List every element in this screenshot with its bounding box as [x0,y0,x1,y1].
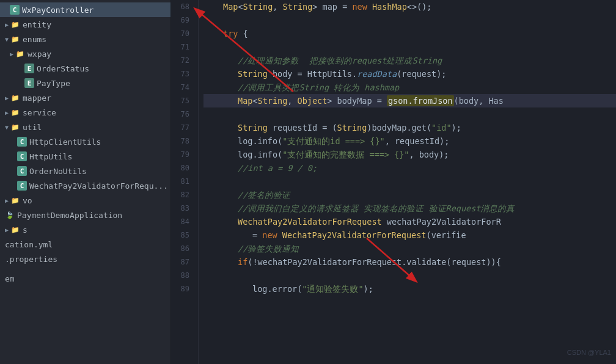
code-line-78: log.info("支付通知的id ===> {}", requestId); [204,134,616,148]
folder-icon: 📁 [10,225,20,235]
sidebar-label: s [23,225,28,235]
line-num-70: 70 [171,27,193,40]
code-line-79: log.info("支付通知的完整数据 ===> {}", body); [204,148,616,161]
line-num-84: 84 [171,215,193,228]
line-num-78: 78 [171,134,193,148]
sidebar-item-vo[interactable]: ▶ 📁 vo [0,193,170,208]
spring-icon: 🍃 [5,210,15,220]
line-num-82: 82 [171,188,193,202]
sidebar-item-enums[interactable]: ▼ 📁 enums [0,32,170,46]
code-line-76 [204,107,616,121]
code-line-85: = new WechatPay2ValidatorForRequest(veri… [204,228,616,242]
code-line-70: try { [204,27,616,40]
sidebar-item-em[interactable]: em [0,271,170,286]
sidebar-label: .properties [5,255,57,264]
sidebar-label: WxPayController [22,5,94,15]
code-line-71 [204,40,616,54]
arrow-icon: ▶ [10,51,13,57]
enum-icon: E [24,64,34,73]
code-line-72: //处理通知参数 把接收到的request处理成String [204,54,616,67]
sidebar-label: entity [23,20,51,29]
sidebar-label: PaymentDemoApplication [17,211,122,220]
code-line-88 [204,269,616,282]
folder-icon: 📁 [10,93,20,103]
code-line-74: //调用工具类把String 转化为 hashmap [204,81,616,94]
file-tree: C WxPayController ▶ 📁 entity ▼ 📁 enums ▶… [0,0,170,364]
line-num-72: 72 [171,54,193,67]
code-lines: Map<String, String> map = new HashMap<>(… [199,0,616,364]
sidebar-item-httpclientutils[interactable]: C HttpClientUtils [0,134,170,149]
sidebar-item-paymentdemo[interactable]: 🍃 PaymentDemoApplication [0,208,170,222]
sidebar-label: mapper [23,93,51,103]
sidebar-item-cation-yml[interactable]: cation.yml [0,237,170,252]
code-line-69 [204,13,616,27]
sidebar-label: cation.yml [5,240,53,249]
sidebar-label: WechatPay2ValidatorForRequ... [29,181,168,191]
sidebar-item-util[interactable]: ▼ 📁 util [0,120,170,134]
watermark: CSDN @YLA1 [567,346,611,359]
arrow-icon: ▼ [5,36,9,43]
class-icon: C [17,166,27,176]
code-line-84: WechatPay2ValidatorForRequest wechatPay2… [204,215,616,228]
sidebar-label: enums [23,35,46,44]
sidebar-label: OrderNoUtils [29,167,87,176]
line-num-81: 81 [171,175,193,188]
line-num-77: 77 [171,121,193,134]
sidebar-item-orderstatus[interactable]: E OrderStatus [0,61,170,76]
sidebar-item-s[interactable]: ▶ 📁 s [0,222,170,237]
sidebar: C WxPayController ▶ 📁 entity ▼ 📁 enums ▶… [0,0,171,364]
line-num-68: 68 [171,0,193,13]
sidebar-item-ordernoutil[interactable]: C OrderNoUtils [0,164,170,178]
sidebar-label: HttpUtils [29,152,72,161]
line-num-89: 89 [171,282,193,296]
code-line-81 [204,175,616,188]
folder-icon: 📁 [10,34,20,44]
sidebar-item-wxpaycontroller[interactable]: C WxPayController [0,2,170,17]
line-num-75: 75 [171,94,193,107]
code-line-86: //验签失败通知 [204,242,616,255]
folder-icon: 📁 [15,49,25,59]
code-line-77: String requestId = (String)bodyMap.get("… [204,121,616,134]
class-icon: C [10,5,20,15]
class-icon: C [17,137,27,147]
line-num-73: 73 [171,67,193,81]
line-numbers: 68 69 70 71 72 73 74 75 76 77 78 79 80 8… [171,0,199,364]
line-num-69: 69 [171,13,193,27]
code-line-89: log.error("通知验签失败"); [204,282,616,296]
sidebar-item-wxpay[interactable]: ▶ 📁 wxpay [0,46,170,61]
line-num-71: 71 [171,40,193,54]
line-num-74: 74 [171,81,193,94]
arrow-icon: ▶ [5,95,9,101]
code-content: 68 69 70 71 72 73 74 75 76 77 78 79 80 8… [171,0,616,364]
sidebar-label: vo [23,196,32,205]
sidebar-item-entity[interactable]: ▶ 📁 entity [0,17,170,32]
sidebar-item-paytype[interactable]: E PayType [0,76,170,90]
sidebar-label: OrderStatus [37,64,89,73]
sidebar-item-wechatpay2validator[interactable]: C WechatPay2ValidatorForRequ... [0,178,170,193]
code-line-75: Map<String, Object> bodyMap = gson.fromJ… [204,94,616,107]
arrow-icon: ▶ [5,227,9,233]
line-num-76: 76 [171,107,193,121]
folder-icon: 📁 [10,107,20,117]
sidebar-label: wxpay [28,49,51,59]
line-num-87: 87 [171,255,193,269]
code-line-73: String body = HttpUtils.readData(request… [204,67,616,81]
arrow-icon: ▼ [5,124,9,131]
code-line-87: if(!wechatPay2ValidatorForRequest.valida… [204,255,616,269]
sidebar-label: HttpClientUtils [29,137,101,147]
code-editor: 68 69 70 71 72 73 74 75 76 77 78 79 80 8… [171,0,616,364]
sidebar-item-mapper[interactable]: ▶ 📁 mapper [0,90,170,105]
sidebar-item-properties[interactable]: .properties [0,252,170,266]
class-icon: C [17,181,27,191]
sidebar-item-httputils[interactable]: C HttpUtils [0,149,170,164]
sidebar-label: PayType [37,79,70,88]
code-line-68: Map<String, String> map = new HashMap<>(… [204,0,616,13]
code-line-82: //签名的验证 [204,188,616,202]
folder-icon: 📁 [10,20,20,29]
folder-icon: 📁 [10,195,20,205]
sidebar-label: util [23,123,42,132]
sidebar-item-service[interactable]: ▶ 📁 service [0,105,170,120]
code-line-80: //int a = 9 / 0; [204,161,616,175]
arrow-icon: ▶ [5,21,9,28]
line-num-79: 79 [171,148,193,161]
